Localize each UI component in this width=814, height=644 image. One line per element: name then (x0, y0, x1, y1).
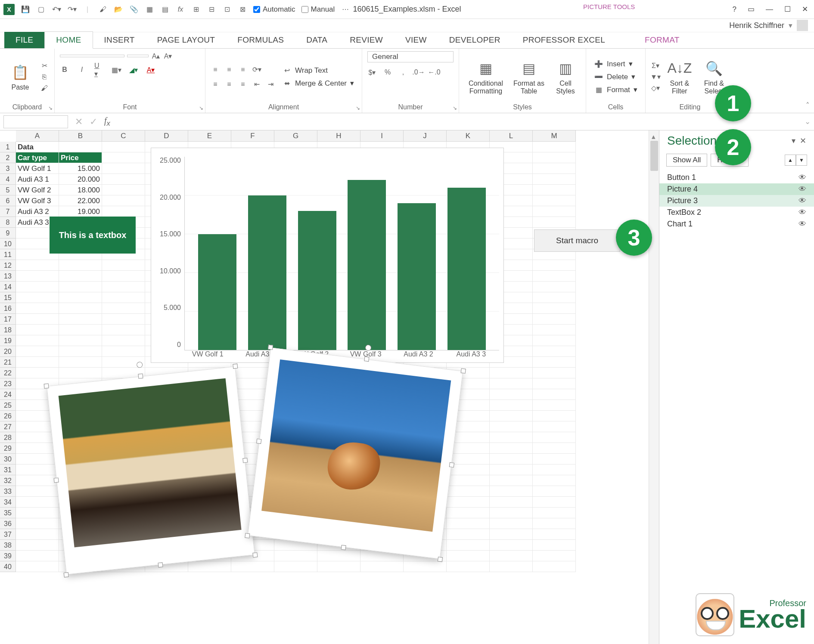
move-down-button[interactable]: ▼ (796, 155, 807, 166)
row-header[interactable]: 27 (0, 421, 16, 432)
cell[interactable] (447, 475, 490, 486)
cell[interactable] (490, 443, 533, 454)
cell[interactable] (533, 174, 576, 185)
cell[interactable] (16, 271, 59, 282)
clear-icon[interactable]: ◇▾ (651, 84, 660, 93)
visibility-toggle-icon[interactable]: 👁 (798, 208, 806, 217)
ungroup-icon[interactable]: ⊟ (207, 5, 216, 14)
align-bottom-icon[interactable]: ≡ (238, 65, 248, 74)
cell[interactable] (447, 529, 490, 540)
cell[interactable] (490, 486, 533, 497)
font-color-icon[interactable]: A▾ (146, 65, 155, 74)
ribbon-display-icon[interactable]: ▭ (748, 5, 755, 14)
cell[interactable]: Audi A3 2 (16, 206, 59, 217)
cell[interactable] (16, 529, 59, 540)
row-header[interactable]: 16 (0, 303, 16, 314)
visibility-toggle-icon[interactable]: 👁 (798, 196, 806, 205)
row-header[interactable]: 39 (0, 551, 16, 561)
worksheet[interactable]: ABCDEFGHIJKLM 1Data2Car typePrice3VW Gol… (0, 130, 659, 644)
row-header[interactable]: 14 (0, 282, 16, 292)
visibility-toggle-icon[interactable]: 👁 (798, 220, 806, 229)
cell[interactable] (16, 508, 59, 518)
decrease-font-icon[interactable]: A▾ (163, 51, 173, 61)
column-header[interactable]: F (231, 130, 274, 142)
cell[interactable] (16, 518, 59, 529)
pane-close-icon[interactable]: ✕ (800, 136, 806, 146)
paste-button[interactable]: 📋 Paste (5, 63, 35, 91)
insert-cells-button[interactable]: ➕Insert ▾ (591, 59, 640, 70)
avatar[interactable] (797, 20, 808, 31)
cell[interactable] (533, 217, 576, 228)
cell[interactable]: VW Golf 1 (16, 163, 59, 174)
cell[interactable] (16, 303, 59, 314)
column-header[interactable]: H (317, 130, 360, 142)
increase-font-icon[interactable]: A▴ (151, 51, 161, 61)
tab-view[interactable]: VIEW (394, 32, 438, 48)
cell[interactable] (102, 142, 145, 152)
cell[interactable]: Data (16, 142, 59, 152)
cell[interactable]: Price (59, 152, 102, 163)
cell[interactable] (102, 314, 145, 325)
row-header[interactable]: 3 (0, 163, 16, 174)
row-header[interactable]: 20 (0, 346, 16, 357)
redo-icon[interactable]: ↷▾ (67, 5, 77, 14)
row-header[interactable]: 17 (0, 314, 16, 325)
column-header[interactable]: D (145, 130, 188, 142)
vertical-scrollbar[interactable]: ▴ ▾ (649, 130, 659, 644)
cell[interactable] (533, 325, 576, 335)
cell[interactable] (16, 540, 59, 551)
cell[interactable]: 15.000 (59, 163, 102, 174)
indent-inc-icon[interactable]: ⇥ (266, 80, 275, 89)
row-header[interactable]: 38 (0, 540, 16, 551)
cell[interactable] (490, 454, 533, 464)
dec-decimal-icon[interactable]: ←.0 (429, 68, 439, 77)
cell[interactable] (102, 206, 145, 217)
alignment-launcher-icon[interactable]: ↘ (356, 105, 360, 111)
cell[interactable] (16, 260, 59, 271)
cell[interactable] (274, 561, 317, 572)
cell[interactable]: 20.000 (59, 174, 102, 185)
column-headers[interactable]: ABCDEFGHIJKLM (16, 130, 659, 142)
selection-item[interactable]: Picture 4👁 (659, 183, 814, 195)
row-header[interactable]: 8 (0, 217, 16, 228)
row-header[interactable]: 11 (0, 249, 16, 260)
column-header[interactable]: K (447, 130, 490, 142)
cell[interactable] (490, 561, 533, 572)
cell[interactable] (16, 464, 59, 475)
row-header[interactable]: 12 (0, 260, 16, 271)
number-format-select[interactable]: General (367, 51, 454, 62)
cell[interactable] (533, 185, 576, 195)
clipboard-launcher-icon[interactable]: ↘ (48, 105, 53, 111)
copy-icon[interactable]: ⎘ (40, 72, 49, 82)
cell[interactable] (447, 518, 490, 529)
automatic-check[interactable]: Automatic (253, 5, 295, 14)
cell[interactable] (533, 529, 576, 540)
cell[interactable] (102, 174, 145, 185)
user-name[interactable]: Henrik Schiffner (729, 21, 784, 30)
cell[interactable] (533, 475, 576, 486)
row-header[interactable]: 9 (0, 228, 16, 238)
italic-button[interactable]: I (77, 65, 87, 74)
cell[interactable] (533, 346, 576, 357)
cell-styles-button[interactable]: ▥Cell Styles (550, 59, 581, 95)
column-header[interactable]: M (533, 130, 576, 142)
cell[interactable] (533, 292, 576, 303)
cell[interactable] (533, 260, 576, 271)
maximize-icon[interactable]: ☐ (784, 5, 791, 14)
percent-icon[interactable]: % (383, 68, 392, 77)
cell[interactable] (102, 292, 145, 303)
row-header[interactable]: 23 (0, 378, 16, 389)
selection-item[interactable]: TextBox 2👁 (659, 207, 814, 218)
cell[interactable] (16, 292, 59, 303)
cell[interactable] (533, 464, 576, 475)
cell[interactable] (102, 185, 145, 195)
pane-dropdown-icon[interactable]: ▾ (792, 136, 795, 146)
cell[interactable] (490, 378, 533, 389)
cell[interactable] (102, 271, 145, 282)
row-header[interactable]: 32 (0, 475, 16, 486)
cell[interactable] (16, 551, 59, 561)
picture-4-frame[interactable] (248, 347, 463, 559)
column-header[interactable]: A (16, 130, 59, 142)
column-header[interactable]: J (404, 130, 447, 142)
cell[interactable] (188, 561, 231, 572)
